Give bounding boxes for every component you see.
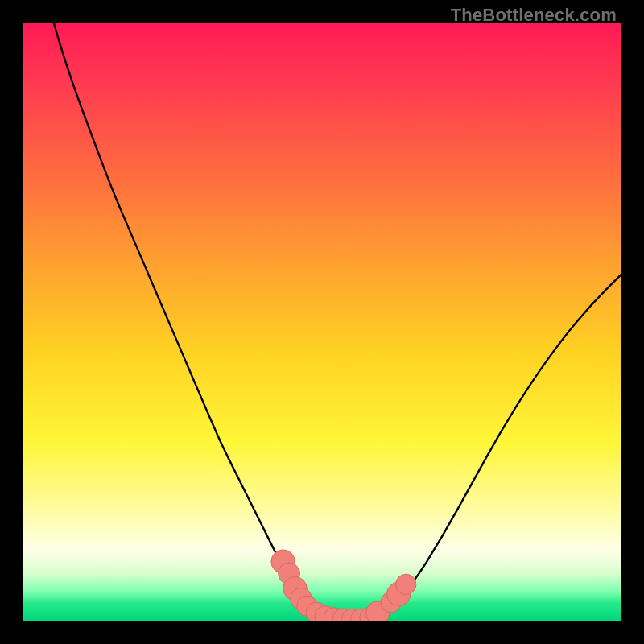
curve-marker <box>315 606 335 621</box>
chart-plot-area <box>23 23 621 621</box>
curve-marker <box>306 602 326 621</box>
curve-marker <box>283 576 307 600</box>
curve-marker <box>351 609 371 621</box>
curve-marker <box>387 582 411 605</box>
chart-frame: TheBottleneck.com <box>0 0 644 644</box>
curve-marker <box>332 609 353 621</box>
bottleneck-curve <box>23 23 621 620</box>
curve-marker <box>360 607 380 621</box>
curve-marker <box>396 574 416 594</box>
curve-marker <box>381 592 401 613</box>
chart-svg <box>23 23 621 621</box>
curve-marker <box>324 608 344 621</box>
curve-marker <box>297 596 317 616</box>
curve-markers <box>271 550 416 621</box>
curve-marker <box>271 550 295 573</box>
curve-marker <box>279 563 300 584</box>
curve-marker <box>291 588 312 609</box>
curve-marker <box>342 609 362 621</box>
watermark-text: TheBottleneck.com <box>451 5 617 26</box>
curve-marker <box>366 601 390 621</box>
